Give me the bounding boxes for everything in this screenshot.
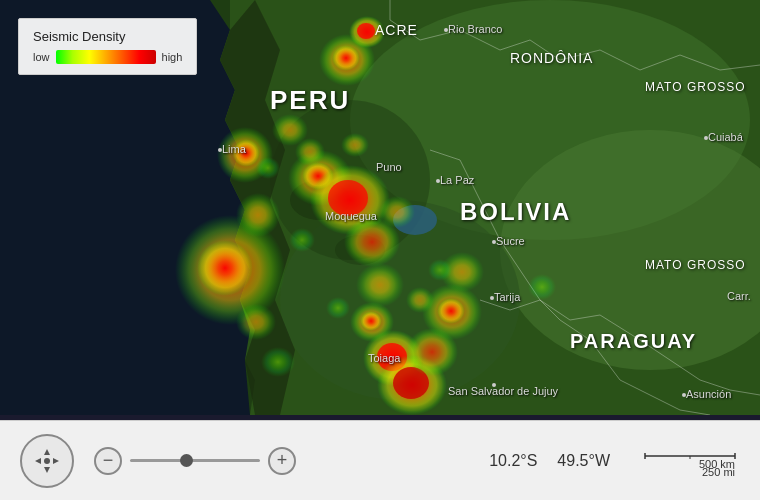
legend-title: Seismic Density bbox=[33, 29, 182, 44]
dot-asuncion bbox=[682, 393, 686, 397]
svg-text:250 mi: 250 mi bbox=[702, 466, 735, 476]
dot-riobranco bbox=[444, 28, 448, 32]
latitude-display: 10.2°S bbox=[489, 452, 537, 470]
zoom-thumb[interactable] bbox=[180, 454, 193, 467]
zoom-controls: − + bbox=[94, 447, 296, 475]
dot-sucre bbox=[492, 240, 496, 244]
dot-lapaz bbox=[436, 179, 440, 183]
scale-graphic: 500 km 250 mi bbox=[640, 446, 740, 476]
dot-tarija bbox=[490, 296, 494, 300]
map-container[interactable]: PERU BOLIVIA PARAGUAY ACRE RONDÔNIA MATO… bbox=[0, 0, 760, 415]
pan-icon bbox=[31, 445, 63, 477]
longitude-display: 49.5°W bbox=[557, 452, 610, 470]
legend-high-label: high bbox=[162, 51, 183, 63]
pan-control[interactable] bbox=[20, 434, 74, 488]
zoom-out-button[interactable]: − bbox=[94, 447, 122, 475]
zoom-slider[interactable] bbox=[130, 459, 260, 462]
land-layer bbox=[180, 0, 760, 415]
svg-marker-47 bbox=[44, 467, 50, 473]
scale-bar: 500 km 250 mi bbox=[640, 446, 740, 476]
dot-jujuy bbox=[492, 383, 496, 387]
zoom-out-icon: − bbox=[103, 450, 114, 471]
legend-bar-row: low high bbox=[33, 50, 182, 64]
svg-marker-46 bbox=[44, 449, 50, 455]
legend-low-label: low bbox=[33, 51, 50, 63]
controls-bar: − + 10.2°S 49.5°W 500 km 250 mi bbox=[0, 420, 760, 500]
dot-cuiaba bbox=[704, 136, 708, 140]
zoom-in-button[interactable]: + bbox=[268, 447, 296, 475]
svg-point-50 bbox=[44, 458, 50, 464]
legend: Seismic Density low high bbox=[18, 18, 197, 75]
legend-gradient-bar bbox=[56, 50, 156, 64]
svg-marker-49 bbox=[53, 458, 59, 464]
coordinates-display: 10.2°S 49.5°W bbox=[489, 452, 610, 470]
svg-marker-48 bbox=[35, 458, 41, 464]
zoom-in-icon: + bbox=[277, 450, 288, 471]
dot-lima bbox=[218, 148, 222, 152]
